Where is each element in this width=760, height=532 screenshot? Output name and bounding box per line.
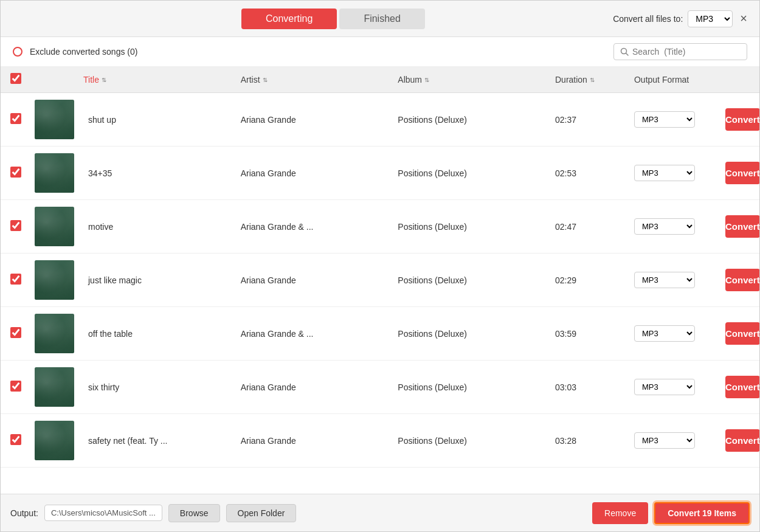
- row-convert-cell: Convert ×: [725, 162, 750, 184]
- row-convert-cell: Convert ×: [725, 429, 750, 452]
- row-convert-cell: Convert ×: [725, 376, 750, 398]
- convert-button-4[interactable]: Convert: [725, 269, 759, 291]
- convert-button-5[interactable]: Convert: [725, 322, 759, 345]
- row-format-select-6[interactable]: MP3AACFLACWAVM4A: [634, 379, 695, 395]
- row-format-cell: MP3AACFLACWAVM4A: [634, 325, 725, 342]
- close-button[interactable]: ×: [738, 12, 750, 26]
- row-artist: Ariana Grande: [241, 168, 398, 178]
- browse-button[interactable]: Browse: [168, 504, 220, 522]
- song-thumbnail: [35, 367, 74, 407]
- row-checkbox-1[interactable]: [10, 113, 21, 124]
- row-title: six thirty: [83, 382, 241, 392]
- row-album: Positions (Deluxe): [398, 436, 555, 446]
- row-artist: Ariana Grande: [241, 436, 398, 446]
- row-format-select-7[interactable]: MP3AACFLACWAVM4A: [634, 432, 695, 449]
- convert-button-6[interactable]: Convert: [725, 376, 759, 398]
- tab-finished[interactable]: Finished: [339, 9, 424, 29]
- album-sort-icon: ⇅: [424, 77, 429, 83]
- toolbar: Exclude converted songs (0): [1, 37, 759, 67]
- svg-line-1: [626, 54, 629, 56]
- row-format-select-3[interactable]: MP3AACFLACWAVM4A: [634, 218, 695, 235]
- convert-all-button[interactable]: Convert 19 Items: [654, 502, 750, 524]
- row-format-cell: MP3AACFLACWAVM4A: [634, 165, 725, 181]
- row-convert-cell: Convert ×: [725, 269, 750, 291]
- row-format-cell: MP3AACFLACWAVM4A: [634, 432, 725, 449]
- convert-button-7[interactable]: Convert: [725, 429, 759, 452]
- row-check-cell: [10, 167, 35, 180]
- table-row: just like magic Ariana Grande Positions …: [1, 254, 759, 307]
- table-row: 34+35 Ariana Grande Positions (Deluxe) 0…: [1, 147, 759, 200]
- row-duration: 03:59: [555, 329, 634, 339]
- search-icon: [620, 47, 629, 56]
- row-format-cell: MP3AACFLACWAVM4A: [634, 111, 725, 128]
- app-window: Converting Finished Convert all files to…: [0, 0, 760, 532]
- row-format-cell: MP3AACFLACWAVM4A: [634, 272, 725, 288]
- row-checkbox-2[interactable]: [10, 167, 21, 178]
- search-input[interactable]: [632, 47, 741, 57]
- row-album: Positions (Deluxe): [398, 382, 555, 392]
- row-title: 34+35: [83, 168, 241, 178]
- row-thumb-cell: [35, 207, 83, 246]
- row-thumb-cell: [35, 421, 83, 460]
- open-folder-button[interactable]: Open Folder: [226, 504, 297, 522]
- row-checkbox-7[interactable]: [10, 434, 21, 445]
- row-format-select-5[interactable]: MP3AACFLACWAVM4A: [634, 325, 695, 342]
- global-format-select[interactable]: MP3 AAC FLAC WAV M4A: [688, 10, 733, 27]
- tab-group: Converting Finished: [241, 9, 425, 29]
- header-right: Convert all files to: MP3 AAC FLAC WAV M…: [613, 10, 750, 27]
- row-format-select-4[interactable]: MP3AACFLACWAVM4A: [634, 272, 695, 288]
- song-thumbnail: [35, 100, 74, 139]
- row-thumb-cell: [35, 367, 83, 407]
- table-container: Title ⇅ Artist ⇅ Album ⇅ Duration ⇅ Outp…: [1, 67, 759, 494]
- row-album: Positions (Deluxe): [398, 275, 555, 285]
- convert-button-1[interactable]: Convert: [725, 108, 759, 131]
- song-thumbnail: [35, 153, 74, 193]
- row-check-cell: [10, 381, 35, 394]
- row-format-select-1[interactable]: MP3AACFLACWAVM4A: [634, 111, 695, 128]
- row-check-cell: [10, 327, 35, 340]
- convert-button-3[interactable]: Convert: [725, 215, 759, 238]
- row-checkbox-3[interactable]: [10, 220, 21, 231]
- convert-button-2[interactable]: Convert: [725, 162, 759, 184]
- remove-button[interactable]: Remove: [592, 502, 648, 524]
- row-convert-cell: Convert ×: [725, 108, 750, 131]
- row-format-select-2[interactable]: MP3AACFLACWAVM4A: [634, 165, 695, 181]
- table-header: Title ⇅ Artist ⇅ Album ⇅ Duration ⇅ Outp…: [1, 67, 759, 93]
- row-checkbox-5[interactable]: [10, 327, 21, 338]
- row-checkbox-4[interactable]: [10, 274, 21, 285]
- exclude-label: Exclude converted songs (0): [30, 47, 137, 57]
- artist-col-label: Artist: [241, 75, 260, 85]
- row-convert-cell: Convert ×: [725, 215, 750, 238]
- row-album: Positions (Deluxe): [398, 222, 555, 232]
- row-thumb-cell: [35, 100, 83, 139]
- song-thumbnail: [35, 314, 74, 353]
- row-check-cell: [10, 113, 35, 126]
- footer-right: Remove Convert 19 Items: [592, 502, 750, 524]
- row-album: Positions (Deluxe): [398, 168, 555, 178]
- duration-sort-icon: ⇅: [590, 77, 595, 83]
- song-thumbnail: [35, 207, 74, 246]
- title-sort-icon: ⇅: [102, 77, 106, 83]
- row-checkbox-6[interactable]: [10, 381, 21, 392]
- exclude-radio[interactable]: [13, 47, 22, 57]
- row-album: Positions (Deluxe): [398, 329, 555, 339]
- col-header-duration: Duration ⇅: [555, 75, 634, 85]
- table-row: six thirty Ariana Grande Positions (Delu…: [1, 361, 759, 414]
- row-artist: Ariana Grande: [241, 275, 398, 285]
- output-path: C:\Users\micso\AMusicSoft ...: [44, 505, 162, 521]
- row-thumb-cell: [35, 314, 83, 353]
- row-duration: 03:03: [555, 382, 634, 392]
- tab-converting[interactable]: Converting: [241, 9, 337, 29]
- row-artist: Ariana Grande: [241, 382, 398, 392]
- row-thumb-cell: [35, 260, 83, 300]
- row-title: safety net (feat. Ty ...: [83, 436, 241, 446]
- table-rows: shut up Ariana Grande Positions (Deluxe)…: [1, 93, 759, 468]
- album-col-label: Album: [398, 75, 422, 85]
- row-check-cell: [10, 434, 35, 447]
- row-artist: Ariana Grande & ...: [241, 222, 398, 232]
- row-title: shut up: [83, 115, 241, 125]
- select-all-checkbox[interactable]: [10, 73, 21, 84]
- duration-col-label: Duration: [555, 75, 587, 85]
- footer: Output: C:\Users\micso\AMusicSoft ... Br…: [1, 494, 759, 531]
- search-box: [613, 43, 747, 60]
